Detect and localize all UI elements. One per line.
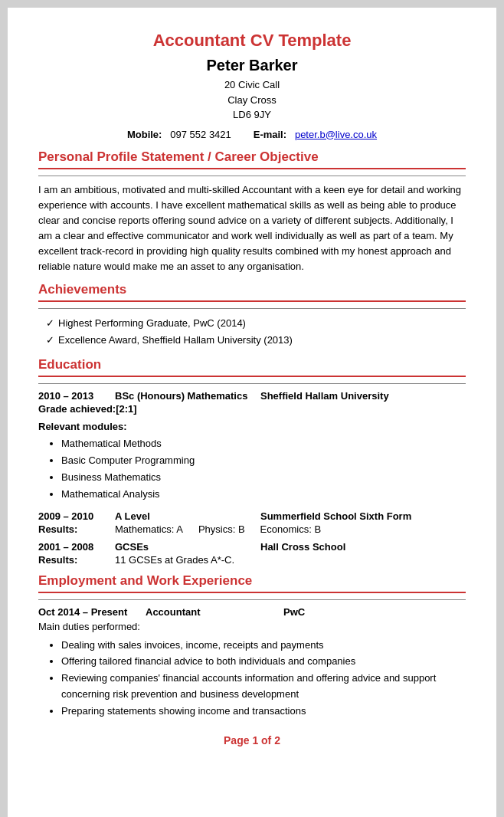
relevant-modules-label: Relevant modules: (38, 421, 466, 432)
edu-alevel-degree: A Level (115, 510, 260, 522)
edu-bsc-grade-row: Grade achieved: [2:1] (38, 403, 466, 415)
achievement-1: Highest Performing Graduate, PwC (2014) (46, 315, 466, 332)
edu-alevel-results-row: Results: Mathematics: A Physics: B Econo… (38, 523, 466, 535)
education-section-header: Education (38, 357, 466, 372)
alevel-economics: Economics: B (260, 523, 322, 535)
edu-alevel-results-label: Results: (38, 523, 115, 535)
profile-text: I am an ambitious, motivated and multi-s… (38, 182, 466, 275)
cv-name: Peter Barker (38, 57, 466, 74)
profile-section-header: Personal Profile Statement / Career Obje… (38, 149, 466, 165)
duties-list: Dealing with sales invoices, income, rec… (38, 637, 466, 719)
module-2: Basic Computer Programming (61, 452, 466, 469)
email-link[interactable]: peter.b@live.co.uk (295, 129, 377, 140)
edu-bsc-institution: Sheffield Hallam University (260, 390, 389, 402)
education-divider (38, 376, 466, 377)
main-duties-label: Main duties performed: (38, 621, 466, 632)
edu-alevel-results-values: Mathematics: A Physics: B Economics: B (115, 523, 321, 535)
edu-gcse-years: 2001 – 2008 (38, 541, 115, 553)
emp-title: Accountant (146, 606, 283, 618)
duty-4: Preparing statements showing income and … (61, 703, 466, 719)
edu-bsc-grade-value: [2:1] (116, 403, 136, 415)
edu-alevel-row: 2009 – 2010 A Level Summerfield School S… (38, 510, 466, 522)
employment-divider (38, 592, 466, 593)
edu-gcse-results-value: 11 GCSEs at Grades A*-C. (115, 554, 234, 566)
address-line1: 20 Civic Call (224, 79, 280, 90)
email-label: E-mail: (254, 129, 286, 140)
emp-pwc-row: Oct 2014 – Present Accountant PwC (38, 606, 466, 618)
address-line2: Clay Cross (227, 94, 277, 106)
alevel-math: Mathematics: A (115, 523, 183, 535)
edu-alevel-institution: Summerfield School Sixth Form (260, 510, 411, 522)
edu-gcse-results-row: Results: 11 GCSEs at Grades A*-C. (38, 554, 466, 566)
modules-list: Mathematical Methods Basic Computer Prog… (38, 435, 466, 503)
module-3: Business Mathematics (61, 469, 466, 486)
duty-1: Dealing with sales invoices, income, rec… (61, 637, 466, 653)
edu-gcse-results-label: Results: (38, 554, 115, 566)
profile-divider (38, 168, 466, 169)
cv-address: 20 Civic Call Clay Cross LD6 9JY (38, 77, 466, 123)
edu-bsc-grade-label: Grade achieved: (38, 403, 116, 415)
edu-bsc-row: 2010 – 2013 BSc (Honours) Mathematics Sh… (38, 390, 466, 402)
achievements-divider-thin (38, 308, 466, 309)
alevel-physics: Physics: B (198, 523, 245, 535)
employment-divider-thin (38, 599, 466, 600)
achievement-2: Excellence Award, Sheffield Hallam Unive… (46, 332, 466, 349)
mobile-value: 097 552 3421 (170, 129, 231, 140)
achievements-list: Highest Performing Graduate, PwC (2014) … (38, 315, 466, 349)
achievements-divider (38, 300, 466, 302)
module-1: Mathematical Methods (61, 435, 466, 452)
achievements-section-header: Achievements (38, 282, 466, 297)
module-4: Mathematical Analysis (61, 486, 466, 503)
duty-3: Reviewing companies' financial accounts … (61, 670, 466, 703)
cv-contact: Mobile: 097 552 3421 E-mail: peter.b@liv… (38, 129, 466, 140)
page-footer: Page 1 of 2 (38, 734, 466, 746)
edu-alevel-years: 2009 – 2010 (38, 510, 115, 522)
education-divider-thin (38, 383, 466, 384)
emp-company: PwC (283, 606, 305, 618)
address-line3: LD6 9JY (233, 109, 271, 120)
edu-gcse-institution: Hall Cross School (260, 541, 345, 553)
edu-bsc-years: 2010 – 2013 (38, 390, 115, 402)
mobile-label: Mobile: (127, 129, 162, 140)
employment-section-header: Employment and Work Experience (38, 573, 466, 589)
edu-gcse-degree: GCSEs (115, 541, 260, 553)
edu-gcse-row: 2001 – 2008 GCSEs Hall Cross School (38, 541, 466, 553)
cv-page: Accountant CV Template Peter Barker 20 C… (8, 8, 496, 817)
emp-period: Oct 2014 – Present (38, 606, 146, 618)
duty-2: Offering tailored financial advice to bo… (61, 653, 466, 669)
edu-bsc-degree: BSc (Honours) Mathematics (115, 390, 260, 402)
profile-divider-thin (38, 176, 466, 176)
cv-title: Accountant CV Template (38, 31, 466, 51)
